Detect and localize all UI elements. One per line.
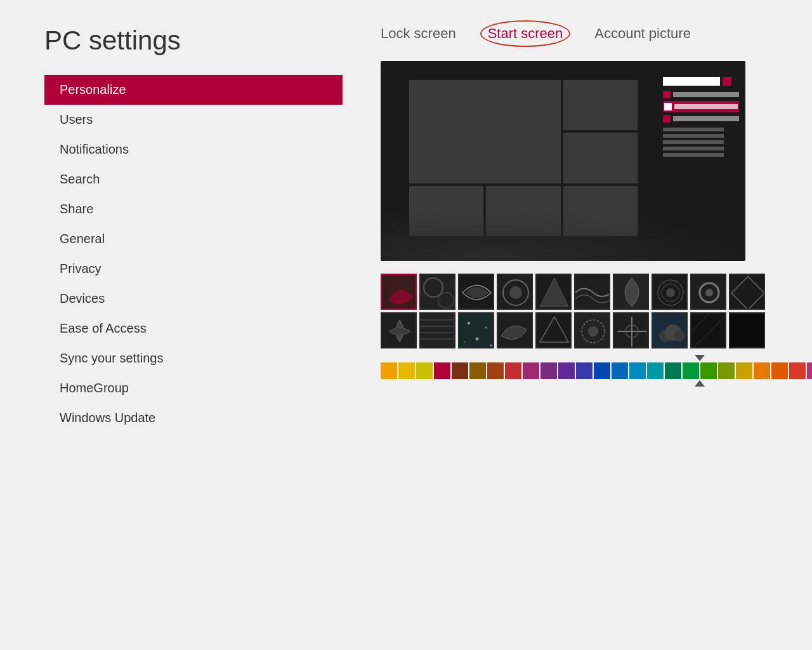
svg-rect-47 — [730, 314, 765, 348]
sidebar-item-notifications[interactable]: Notifications — [44, 135, 343, 164]
preview-list-3 — [663, 140, 724, 144]
preview-list-5 — [663, 153, 724, 157]
sidebar-item-share[interactable]: Share — [44, 194, 343, 224]
svg-point-45 — [674, 330, 685, 342]
pattern-thumb-11[interactable] — [381, 312, 417, 348]
preview-text-3 — [673, 116, 739, 121]
color-swatch-3[interactable] — [434, 362, 450, 379]
pattern-thumb-7[interactable] — [613, 274, 649, 310]
preview-white-bar — [663, 77, 720, 86]
main-content: Lock screen Start screen Account picture — [343, 0, 812, 650]
preview-top-bar — [663, 77, 739, 86]
svg-point-30 — [464, 342, 465, 343]
pattern-thumb-15[interactable] — [535, 312, 572, 348]
pattern-thumb-4[interactable] — [497, 274, 533, 310]
pattern-thumb-10[interactable] — [729, 274, 765, 310]
pattern-thumb-2[interactable] — [419, 274, 455, 310]
pattern-thumb-18[interactable] — [652, 312, 688, 348]
sidebar-item-ease-of-access[interactable]: Ease of Access — [44, 314, 343, 343]
sidebar-nav: Personalize Users Notifications Search S… — [44, 75, 343, 433]
pattern-thumb-9[interactable] — [690, 274, 726, 310]
sidebar-item-search[interactable]: Search — [44, 164, 343, 194]
preview-tile-2 — [563, 80, 638, 130]
pattern-thumb-6[interactable] — [574, 274, 610, 310]
pattern-thumb-17[interactable] — [613, 312, 649, 348]
pattern-thumb-8[interactable] — [652, 274, 688, 310]
patterns-row-1 — [381, 274, 812, 310]
color-swatch-5[interactable] — [469, 362, 486, 379]
color-swatch-10[interactable] — [558, 362, 575, 379]
sidebar-item-privacy[interactable]: Privacy — [44, 254, 343, 284]
preview-list — [663, 128, 739, 157]
sidebar-item-windows-update[interactable]: Windows Update — [44, 403, 343, 433]
pattern-thumb-16[interactable] — [574, 312, 610, 348]
sidebar-item-devices[interactable]: Devices — [44, 284, 343, 314]
sidebar-item-homegroup[interactable]: HomeGroup — [44, 373, 343, 403]
pattern-thumb-13[interactable] — [458, 312, 494, 348]
scroll-down-arrow[interactable] — [695, 355, 705, 361]
svg-point-28 — [485, 327, 487, 329]
color-swatch-14[interactable] — [629, 362, 646, 379]
preview-menu-item-1 — [663, 91, 739, 98]
pattern-thumb-5[interactable] — [535, 274, 572, 310]
color-swatch-17[interactable] — [683, 362, 699, 379]
pattern-thumb-14[interactable] — [497, 312, 533, 348]
tab-account-picture[interactable]: Account picture — [594, 25, 691, 42]
sidebar-item-personalize[interactable]: Personalize — [44, 75, 343, 105]
color-swatch-18[interactable] — [700, 362, 717, 379]
preview-active-dot — [664, 103, 672, 110]
color-swatch-4[interactable] — [452, 362, 468, 379]
tab-lock-screen[interactable]: Lock screen — [381, 25, 456, 42]
pattern-thumb-3[interactable] — [458, 274, 494, 310]
pattern-thumb-12[interactable] — [419, 312, 455, 348]
app-title: PC settings — [44, 25, 343, 56]
color-swatch-15[interactable] — [647, 362, 664, 379]
preview-menu-item-3 — [663, 115, 739, 123]
color-swatch-20[interactable] — [736, 362, 752, 379]
svg-rect-26 — [459, 314, 494, 348]
color-swatch-9[interactable] — [540, 362, 557, 379]
svg-point-37 — [588, 326, 598, 336]
color-swatch-19[interactable] — [718, 362, 735, 379]
pattern-thumb-19[interactable] — [690, 312, 726, 348]
color-swatches — [381, 362, 812, 379]
color-swatch-6[interactable] — [487, 362, 504, 379]
preview-sidebar — [663, 77, 739, 159]
color-swatch-2[interactable] — [416, 362, 433, 379]
scroll-up-arrow[interactable] — [695, 380, 705, 387]
preview-red-square — [723, 77, 731, 86]
preview-active-text — [674, 104, 738, 109]
preview-tile-3 — [563, 133, 638, 183]
svg-point-17 — [705, 289, 713, 296]
pattern-thumb-1[interactable] — [381, 274, 417, 310]
color-swatch-21[interactable] — [754, 362, 770, 379]
color-swatch-11[interactable] — [576, 362, 593, 379]
sidebar-item-sync-your-settings[interactable]: Sync your settings — [44, 343, 343, 373]
preview-list-2 — [663, 134, 724, 138]
sidebar-item-users[interactable]: Users — [44, 105, 343, 135]
color-swatch-23[interactable] — [789, 362, 806, 379]
color-swatch-16[interactable] — [665, 362, 681, 379]
tab-start-screen[interactable]: Start screen — [488, 25, 563, 42]
patterns-row-2 — [381, 312, 812, 348]
svg-rect-18 — [730, 275, 765, 310]
tab-navigation: Lock screen Start screen Account picture — [381, 25, 812, 42]
color-swatch-1[interactable] — [398, 362, 415, 379]
circle-annotation — [480, 20, 571, 47]
color-picker — [381, 355, 812, 387]
svg-point-29 — [476, 338, 479, 341]
color-swatch-7[interactable] — [505, 362, 521, 379]
color-swatch-13[interactable] — [612, 362, 628, 379]
color-swatch-12[interactable] — [594, 362, 610, 379]
color-swatch-8[interactable] — [523, 362, 539, 379]
preview-dot-3 — [663, 115, 671, 123]
sidebar-item-general[interactable]: General — [44, 224, 343, 254]
sidebar: PC settings Personalize Users Notificati… — [0, 0, 343, 650]
preview-text-1 — [673, 92, 739, 97]
pattern-thumb-20[interactable] — [729, 312, 765, 348]
color-swatch-22[interactable] — [771, 362, 788, 379]
color-swatch-24[interactable] — [807, 362, 812, 379]
color-swatch-0[interactable] — [381, 362, 397, 379]
svg-point-7 — [509, 286, 522, 299]
preview-dot-1 — [663, 91, 671, 98]
